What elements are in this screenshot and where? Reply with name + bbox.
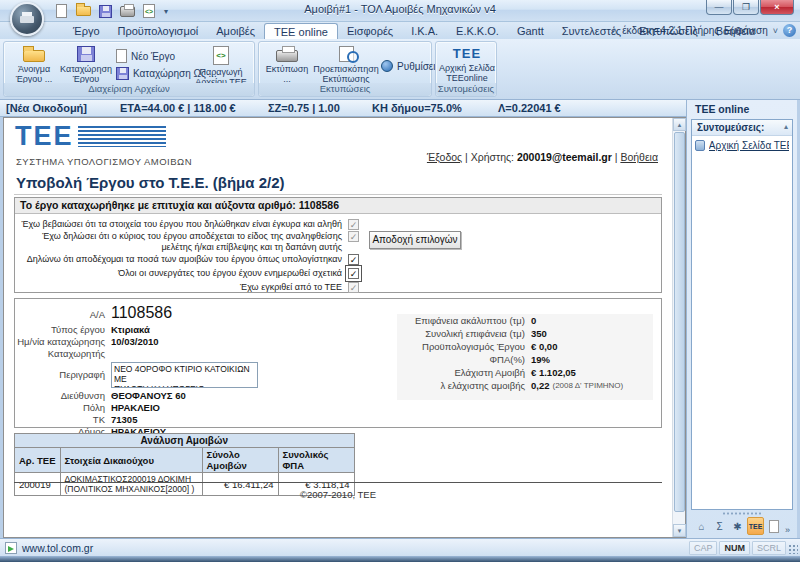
tee-online-sidebar: TEE online Συντομεύσεις: ▴ Αρχική Σελίδα… <box>686 100 797 538</box>
ribbon-group-file-management: Άνοιγμα Έργου ... Καταχώρηση Έργου Νέο Έ… <box>3 41 255 97</box>
divider <box>14 194 662 195</box>
checkbox-tee-approved[interactable] <box>348 282 359 293</box>
description-textarea[interactable]: ΝΕΟ 4ΟΡΟΦΟ ΚΤΙΡΙΟ ΚΑΤΟΙΚΙΩΝ ΜΕ ΠΥΛΩΤΗ ΚΑ… <box>111 362 258 388</box>
tee-tab[interactable]: TEE <box>747 517 764 535</box>
scroll-lock-indicator: SCRL <box>752 541 786 555</box>
tab-eisfores[interactable]: Εισφορές <box>338 23 402 39</box>
summary-row: Συνολική επιφάνεια (τμ) 350 <box>397 328 653 340</box>
tee-logo-icon: ΤΕΕ <box>453 46 481 61</box>
document-tab-icon[interactable] <box>765 517 782 535</box>
logout-link[interactable]: Έξοδος <box>427 151 462 163</box>
ribbon-group-shortcuts: ΤΕΕ Αρχική Σελίδα TEEonline Συντομεύσεις <box>435 41 497 97</box>
col-header-tee-no: Αρ. ΤΕΕ <box>15 448 61 473</box>
ribbon: Άνοιγμα Έργου ... Καταχώρηση Έργου Νέο Έ… <box>0 39 800 100</box>
tee-logo-stripes <box>78 126 166 147</box>
restore-button[interactable]: ❐ <box>733 0 759 15</box>
tab-ekko[interactable]: Ε.Κ.Κ.Ο. <box>447 23 508 39</box>
group-label-printing: Εκτυπώσεις <box>259 83 431 96</box>
sidebar-item-tee-home[interactable]: Αρχική Σελίδα ΤΕΕ... <box>692 136 792 155</box>
group-label-shortcuts: Συντομεύσεις <box>436 83 496 96</box>
resize-grip[interactable] <box>788 544 798 554</box>
tab-ergo[interactable]: Έργο <box>64 23 109 39</box>
sigma-tab-icon[interactable]: Σ <box>711 517 728 535</box>
user-email: 200019@teemail.gr <box>517 151 612 163</box>
group-label-file-management: Διαχείριση Αρχείων <box>4 83 254 96</box>
settings-icon <box>381 60 393 72</box>
print-preview-button[interactable]: Προεπισκόπηση Εκτύπωσης <box>313 44 379 84</box>
tab-gantt[interactable]: Gantt <box>508 23 553 39</box>
home-tab-icon[interactable]: ⌂ <box>693 517 710 535</box>
detail-row: Πόλη ΗΡΑΚΛΕΙΟ <box>15 402 661 414</box>
checkbox-accept-fees[interactable] <box>348 254 359 265</box>
title-bar: <> ▾ Αμοιβή#1 - ΤΟΛ Αμοιβές Μηχανικών v4… <box>0 0 800 22</box>
tabstrip-grip[interactable] <box>722 512 762 515</box>
checkbox-row: Δηλώνω ότι αποδέχομαι τα ποσά των αμοιβώ… <box>15 254 661 265</box>
vertical-scrollbar[interactable]: ▲ ▼ <box>672 118 685 537</box>
tab-proypologismoi[interactable]: Προϋπολογισμοί <box>109 23 208 39</box>
save-as-disk-icon <box>116 67 129 80</box>
window-title: Αμοιβή#1 - ΤΟΛ Αμοιβές Μηχανικών v4 <box>0 3 800 15</box>
copyright: ©2007-2010, TEE <box>4 489 672 500</box>
tab-tee-online[interactable]: ΤΕΕ online <box>264 23 338 39</box>
status-bar: www.tol.com.gr CAP NUM SCRL <box>0 538 800 556</box>
num-lock-indicator: NUM <box>719 541 750 555</box>
project-type-label: [Νέα Οικοδομή] <box>6 102 87 114</box>
more-tabs-icon[interactable]: » <box>783 525 792 535</box>
tab-ika[interactable]: Ι.Κ.Α. <box>402 23 447 39</box>
project-info-bar: [Νέα Οικοδομή] ΕΤΑ=44.00 € | 118.00 € ΣΖ… <box>0 100 686 117</box>
print-button[interactable]: Εκτύπωση ... <box>263 44 311 84</box>
collapse-ribbon-icon[interactable]: ˄ <box>612 26 617 36</box>
page-title: Υποβολή Έργου στο Τ.Ε.Ε. (βήμα 2/2) <box>16 174 285 191</box>
window-frame-bottom <box>0 556 800 562</box>
kh-value: ΚΗ δήμου=75.0% <box>372 102 462 114</box>
checkbox-partners-informed[interactable] <box>348 268 359 279</box>
detail-row: ΤΚ 71305 <box>15 414 661 426</box>
minimize-button[interactable]: — <box>706 0 732 15</box>
embedded-browser: ΤΕΕ ΣΥΣΤΗΜΑ ΥΠΟΛΟΓΙΣΜΟΥ ΑΜΟΙΒΩΝ Έξοδος |… <box>3 117 686 538</box>
tee-logo: ΤΕΕ <box>15 124 166 148</box>
col-header-total-fees: Σύνολο Αμοιβών <box>202 448 278 473</box>
checkbox-row: Έχω βεβαιώσει ότι τα στοιχεία του έργου … <box>15 219 661 230</box>
shortcut-icon <box>695 140 705 151</box>
checkbox-owner-accepts[interactable] <box>348 231 359 242</box>
save-disk-icon <box>77 46 95 62</box>
view-caret-icon[interactable]: ˅ <box>773 26 778 36</box>
tee-webpage: ΤΕΕ ΣΥΣΤΗΜΑ ΥΠΟΛΟΓΙΣΜΟΥ ΑΜΟΙΒΩΝ Έξοδος |… <box>4 118 672 537</box>
new-page-icon <box>116 49 127 63</box>
scroll-down-icon[interactable]: ▼ <box>673 524 686 537</box>
submission-confirmation-box: Το έργο καταχωρήθηκε με επιτυχία και αύξ… <box>14 197 662 293</box>
separator: | <box>465 151 468 163</box>
tools-tab-icon[interactable]: ✱ <box>729 517 746 535</box>
summary-row: λ ελάχιστης αμοιβής 0,22 (2008 Δ' ΤΡΙΜΗΝ… <box>397 380 653 392</box>
checkbox-data-valid[interactable] <box>348 219 359 230</box>
help-icon[interactable]: ? <box>783 24 796 37</box>
sidebar-title: TEE online <box>687 100 797 117</box>
shortcuts-panel: Συντομεύσεις: ▴ Αρχική Σελίδα ΤΕΕ... <box>691 119 793 510</box>
accept-choices-button[interactable]: Αποδοχή επιλογών <box>369 231 461 249</box>
checkbox-row: Όλοι οι συνεργάτες του έργου έχουν ενημε… <box>15 268 661 279</box>
open-project-button[interactable]: Άνοιγμα Έργου ... <box>8 44 60 84</box>
eta-value: ΕΤΑ=44.00 € | 118.00 € <box>120 102 236 114</box>
application-menu-button[interactable] <box>10 2 44 36</box>
ribbon-tab-row: Έργο Προϋπολογισμοί Αμοιβές ΤΕΕ online Ε… <box>0 22 800 39</box>
summary-row: Προϋπολογισμός Έργου € 0,00 <box>397 341 653 353</box>
separator: | <box>615 151 618 163</box>
user-label: Χρήστης: <box>471 151 514 163</box>
save-project-button[interactable]: Καταχώρηση Έργου <box>60 44 112 84</box>
tee-home-button[interactable]: ΤΕΕ Αρχική Σελίδα TEEonline <box>438 44 496 84</box>
export-tee-xml-button[interactable]: <> Παραγωγή Αρχείου ΤΕΕ xml ... <box>190 44 252 84</box>
tab-amoibes[interactable]: Αμοιβές <box>207 23 264 39</box>
footer-divider <box>14 482 662 483</box>
caps-lock-indicator: CAP <box>689 541 718 555</box>
sz-value: ΣΖ=0.75 | 1.00 <box>268 102 340 114</box>
view-menu[interactable]: Εμφάνιση <box>724 25 768 36</box>
scroll-up-icon[interactable]: ▲ <box>673 118 686 131</box>
close-button[interactable]: × <box>760 0 794 15</box>
collapse-panel-icon[interactable]: ▴ <box>784 122 788 135</box>
col-header-beneficiary: Στοιχεία Δικαιούχου <box>60 448 202 473</box>
keyboard-state-indicators: CAP NUM SCRL <box>689 541 786 555</box>
scrollbar-thumb[interactable] <box>674 132 685 512</box>
printer-icon <box>276 50 298 62</box>
table-title: Ανάλυση Αμοιβών <box>15 434 355 448</box>
help-link[interactable]: Βοήθεια <box>620 151 658 163</box>
